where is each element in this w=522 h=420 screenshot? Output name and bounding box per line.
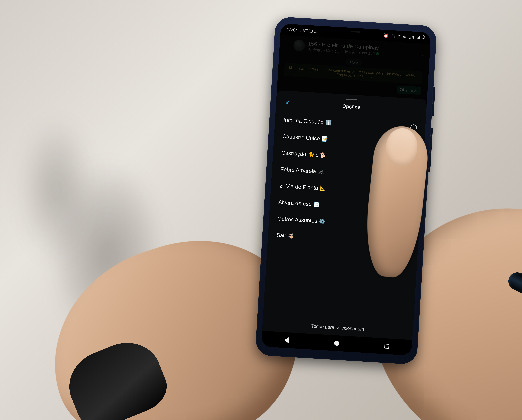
vibrate-icon: 📳 [390,34,396,38]
status-left: 18:04 [287,27,317,34]
option-label: Castração [281,150,306,157]
option-label: Cadastro Único [282,133,320,142]
status-right: ⏰ 📳 ᵛᵒ 4G [383,33,425,40]
nav-home-icon[interactable] [334,341,339,346]
sheet-grabber[interactable] [346,99,357,100]
option-label: Outros Assuntos [277,215,317,224]
signal-icon [409,36,414,39]
sim-icon [300,29,304,32]
sim-icon [314,30,317,33]
option-label: Febre Amarela [280,166,316,174]
volte-icon: ᵛᵒ [397,34,401,39]
sim-icon [309,30,313,33]
close-icon[interactable]: ✕ [284,100,290,106]
nav-recent-icon[interactable] [384,344,389,349]
nav-back-icon[interactable] [284,337,289,344]
network-label: 4G [403,35,407,39]
sheet-title: Opções [342,103,360,110]
mosquito-emoji-icon: 🦟 [318,168,324,175]
battery-icon [422,36,425,40]
document-emoji-icon: 📄 [313,201,320,208]
option-label: Informa Cidadão [283,117,324,125]
option-label: 2ª Via de Planta [279,183,318,191]
wave-emoji-icon: 👋🏼 [288,233,294,239]
sheet-header: ✕ Opções [284,100,418,114]
status-time: 18:04 [287,27,298,33]
signal-icon [416,36,420,39]
sim-icon [304,29,308,32]
info-emoji-icon: ℹ️ [325,119,332,126]
sim-indicators [300,29,317,33]
pets-emoji-icon: 🐈 e 🐕 [308,151,326,158]
option-label: Sair [276,232,286,239]
option-label: Alvará de uso [278,199,312,207]
memo-emoji-icon: 📝 [322,136,328,142]
gear-emoji-icon: ⚙️ [319,218,325,224]
ruler-emoji-icon: 📐 [320,185,326,191]
alarm-icon: ⏰ [383,33,389,38]
